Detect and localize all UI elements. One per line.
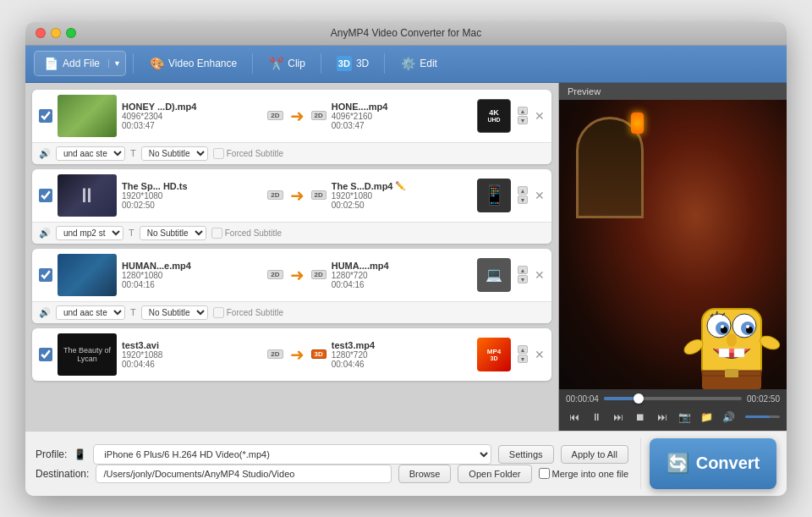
audio-select-3[interactable]: und aac ste [56,305,125,320]
profile-row: Profile: 📱 iPhone 6 Plus/6 H.264 HD Vide… [36,444,628,465]
3d-button[interactable]: 3D 3D [328,52,377,75]
merge-label: Merge into one file [539,468,629,479]
preview-label: Preview [559,83,787,100]
volume-icon[interactable]: 🔊 [720,409,737,426]
format-badge-4: MP4 3D [477,338,511,371]
arrow-icon-3: ➜ [290,265,304,285]
subtitle-select-2[interactable]: No Subtitle [140,226,206,240]
audio-icon-1: 🔊 [39,148,51,159]
clip-button[interactable]: ✂️ Clip [260,52,314,75]
scroll-arrows-1: ▲ ▼ [518,107,528,124]
volume-fill [745,415,770,418]
file-info-4: test3.avi 1920*1088 00:04:46 [122,340,262,369]
subtitle-select-1[interactable]: No Subtitle [141,146,208,161]
audio-icon-2: 🔊 [39,228,51,239]
convert-button[interactable]: 🔄 Convert [650,438,776,489]
svg-rect-10 [719,349,729,357]
merge-checkbox[interactable] [539,468,550,479]
subtitle-select-3[interactable]: No Subtitle [141,305,208,320]
scroll-down-4[interactable]: ▼ [518,355,528,363]
browse-button[interactable]: Browse [398,465,452,483]
video-enhance-button[interactable]: 🎨 Video Enhance [140,52,245,75]
forced-subtitle-checkbox-1[interactable] [213,148,224,159]
play-pause-button[interactable]: ⏸ [588,409,605,426]
scroll-up-1[interactable]: ▲ [518,107,528,115]
close-file-3[interactable]: ✕ [535,268,545,282]
progress-bar[interactable] [604,397,742,400]
profile-label: Profile: [36,448,67,460]
output-info-1: HONE....mp4 4096*2160 00:03:47 [332,102,472,130]
file-thumbnail-4: The Beauty of Lycan [58,333,117,376]
audio-select-2[interactable]: und mp2 st [56,226,123,240]
close-button[interactable] [36,28,46,38]
scroll-up-3[interactable]: ▲ [518,266,528,274]
apply-to-all-button[interactable]: Apply to All [561,445,628,464]
open-folder-button[interactable]: Open Folder [458,465,531,483]
output-info-3: HUMA....mp4 1280*720 00:04:16 [332,261,472,289]
file-info-2: The Sp... HD.ts 1920*1080 00:02:50 [122,181,262,210]
forced-subtitle-checkbox-2[interactable] [211,228,222,239]
screenshot-button[interactable]: 📷 [676,409,693,426]
scroll-up-2[interactable]: ▲ [518,186,528,195]
edit-output-name-2[interactable]: ✏️ [395,181,405,190]
output-meta-3: 1280*720 00:04:16 [332,271,472,289]
scroll-down-1[interactable]: ▼ [518,116,528,124]
clip-label: Clip [288,58,305,69]
fast-forward-button[interactable]: ⏭ [610,409,627,426]
file-item-3: HUMAN...e.mp4 1280*1080 00:04:16 2D ➜ 2D… [32,249,551,323]
time-bar: 00:00:04 00:02:50 [566,394,780,404]
add-file-label: Add File [63,58,100,69]
file-thumbnail-3 [58,254,117,296]
spongebob-figure [681,262,782,389]
minimize-button[interactable] [51,28,61,38]
add-file-dropdown-arrow[interactable]: ▼ [108,59,125,68]
3d-icon: 3D [337,56,352,71]
maximize-button[interactable] [66,28,76,38]
scroll-down-2[interactable]: ▼ [518,195,528,204]
file-checkbox-2[interactable] [39,189,52,202]
close-file-1[interactable]: ✕ [535,109,545,123]
output-name-4: test3.mp4 [332,340,472,350]
subtitle-icon-2: T [129,228,134,238]
forced-subtitle-label-2: Forced Subtitle [211,228,282,239]
add-file-main[interactable]: 📄 Add File [35,52,108,75]
file-item-4: The Beauty of Lycan test3.avi 1920*1088 … [32,328,551,381]
arrow-icon-2: ➜ [290,185,304,206]
file-item-1: HONEY ...D).mp4 4096*2304 00:03:47 2D ➜ … [32,90,551,164]
output-info-2: The S...D.mp4 ✏️ 1920*1080 00:02:50 [332,181,472,210]
settings-button[interactable]: Settings [498,445,554,464]
folder-button[interactable]: 📁 [698,409,715,426]
close-file-2[interactable]: ✕ [535,189,545,202]
main-window: AnyMP4 Video Converter for Mac 📄 Add Fil… [25,22,787,496]
file-checkbox-1[interactable] [39,109,52,123]
arrow-icon-4: ➜ [290,344,304,365]
output-badge-3: 2D [311,270,326,279]
toolbar-divider-1 [133,53,134,74]
close-file-4[interactable]: ✕ [535,348,545,361]
audio-icon-3: 🔊 [39,307,51,318]
file-item-1-main: HONEY ...D).mp4 4096*2304 00:03:47 2D ➜ … [32,90,551,142]
file-checkbox-3[interactable] [39,268,52,282]
destination-label: Destination: [36,468,89,480]
file-meta-2: 1920*1080 00:02:50 [122,191,262,210]
bottom-row-1: Profile: 📱 iPhone 6 Plus/6 H.264 HD Vide… [36,438,776,489]
scroll-up-4[interactable]: ▲ [518,345,528,354]
skip-back-button[interactable]: ⏮ [566,409,583,426]
scroll-arrows-4: ▲ ▼ [518,345,528,363]
destination-row: Destination: Browse Open Folder Merge in… [36,465,628,483]
audio-select-1[interactable]: und aac ste [56,146,125,161]
file-meta-1: 4096*2304 00:03:47 [122,112,262,130]
skip-forward-button[interactable]: ⏭ [654,409,671,426]
add-file-button[interactable]: 📄 Add File ▼ [34,51,126,76]
file-item-2: ⏸ The Sp... HD.ts 1920*1080 00:02:50 2D … [32,169,551,244]
stop-button[interactable]: ⏹ [632,409,649,426]
file-name-4: test3.avi [122,340,262,350]
profile-select[interactable]: iPhone 6 Plus/6 H.264 HD Video(*.mp4) [93,444,491,465]
destination-input[interactable] [96,465,391,483]
file-checkbox-4[interactable] [39,348,52,361]
subtitle-icon-3: T [130,307,136,317]
volume-bar[interactable] [745,415,780,418]
edit-button[interactable]: ⚙️ Edit [392,52,446,75]
scroll-down-3[interactable]: ▼ [518,275,528,283]
forced-subtitle-checkbox-3[interactable] [213,307,224,318]
